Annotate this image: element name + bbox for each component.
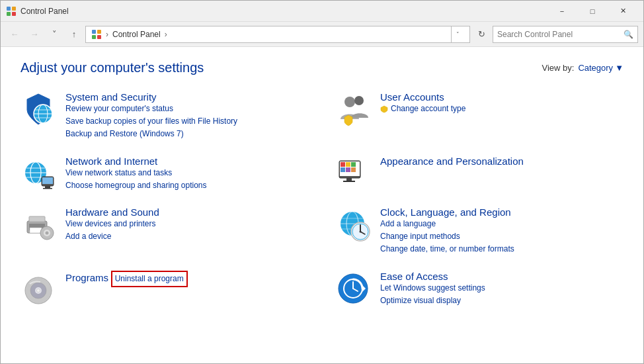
category-system-security: System and Security Review your computer… <box>20 91 309 141</box>
svg-rect-4 <box>92 30 96 34</box>
system-security-link-1[interactable]: Review your computer's status <box>65 103 309 115</box>
programs-title[interactable]: Programs <box>65 272 108 283</box>
dropdown-history-button[interactable]: ˅ <box>46 26 63 43</box>
forward-button[interactable]: → <box>26 26 43 43</box>
category-programs: Programs Uninstall a program <box>20 271 309 307</box>
view-by-label: View by: <box>542 63 574 73</box>
network-internet-link-2[interactable]: Choose homegroup and sharing options <box>65 179 309 192</box>
close-button[interactable]: ✕ <box>608 1 638 22</box>
search-box: 🔍 <box>493 26 638 43</box>
clock-language-link-3[interactable]: Change date, time, or number formats <box>380 243 624 255</box>
clock-language-title[interactable]: Clock, Language, and Region <box>380 206 511 218</box>
clock-language-link-1[interactable]: Add a language <box>380 218 624 230</box>
svg-rect-6 <box>92 35 96 39</box>
view-by: View by: Category ▼ <box>542 63 624 73</box>
title-bar: Control Panel − □ ✕ <box>1 1 643 22</box>
hardware-sound-link-2[interactable]: Add a device <box>65 230 309 243</box>
system-security-link-3[interactable]: Backup and Restore (Windows 7) <box>65 128 309 140</box>
hardware-sound-text: Hardware and Sound View devices and prin… <box>65 206 309 243</box>
maximize-button[interactable]: □ <box>577 1 608 22</box>
network-internet-text: Network and Internet View network status… <box>65 156 309 192</box>
main-content: Adjust your computer's settings View by:… <box>1 47 643 363</box>
category-user-accounts: User Accounts Change account type <box>335 91 624 141</box>
network-internet-link-1[interactable]: View network status and tasks <box>65 167 309 179</box>
ease-of-access-text: Ease of Access Let Windows suggest setti… <box>380 271 624 307</box>
svg-rect-29 <box>341 167 345 172</box>
forward-icon: → <box>30 29 39 39</box>
path-separator: › <box>106 30 108 39</box>
svg-rect-22 <box>45 186 50 188</box>
user-accounts-text: User Accounts Change account type <box>380 91 624 115</box>
page-title: Adjust your computer's settings <box>20 60 204 75</box>
category-hardware-sound: Hardware and Sound View devices and prin… <box>20 206 309 256</box>
user-accounts-title[interactable]: User Accounts <box>380 91 444 103</box>
svg-rect-2 <box>7 12 11 16</box>
ease-of-access-link-1[interactable]: Let Windows suggest settings <box>380 282 624 295</box>
svg-rect-31 <box>351 167 356 172</box>
view-by-value: Category <box>578 63 613 73</box>
search-icon[interactable]: 🔍 <box>624 30 633 39</box>
appearance-title[interactable]: Appearance and Personalization <box>380 156 524 167</box>
svg-rect-26 <box>341 162 345 167</box>
refresh-icon: ↻ <box>478 29 485 39</box>
svg-point-14 <box>354 96 364 105</box>
svg-rect-37 <box>29 216 45 222</box>
clock-language-icon <box>335 206 371 242</box>
hardware-sound-title[interactable]: Hardware and Sound <box>65 206 159 218</box>
programs-link-1[interactable]: Uninstall a program <box>111 271 188 287</box>
svg-point-13 <box>344 97 355 107</box>
path-separator-2: › <box>165 30 167 39</box>
up-button[interactable]: ↑ <box>65 26 83 43</box>
path-icon <box>91 29 102 40</box>
clock-language-link-2[interactable]: Change input methods <box>380 230 624 243</box>
svg-point-54 <box>37 289 40 292</box>
categories-grid: System and Security Review your computer… <box>20 91 624 322</box>
path-control-panel[interactable]: Control Panel <box>112 30 161 39</box>
network-internet-title[interactable]: Network and Internet <box>65 156 157 167</box>
title-bar-text: Control Panel <box>20 7 547 16</box>
user-accounts-link-1[interactable]: Change account type <box>391 103 465 115</box>
chevron-down-icon-2: ˅ <box>456 31 460 38</box>
minimize-button[interactable]: − <box>547 1 577 22</box>
refresh-button[interactable]: ↻ <box>473 26 490 43</box>
window: Control Panel − □ ✕ ← → ˅ ↑ <box>0 0 644 364</box>
user-accounts-icon <box>335 91 371 127</box>
view-by-dropdown[interactable]: Category ▼ <box>578 63 624 73</box>
shield-badge-icon <box>380 105 388 113</box>
address-path-content: › Control Panel › <box>91 29 451 40</box>
programs-text: Programs Uninstall a program <box>65 271 309 287</box>
ease-of-access-title[interactable]: Ease of Access <box>380 271 448 282</box>
svg-point-50 <box>360 230 362 232</box>
svg-point-40 <box>46 231 49 234</box>
category-appearance: Appearance and Personalization <box>335 156 624 192</box>
search-input[interactable] <box>497 30 624 39</box>
ease-of-access-link-2[interactable]: Optimize visual display <box>380 295 624 307</box>
svg-rect-3 <box>12 12 16 16</box>
svg-rect-33 <box>343 181 355 182</box>
chevron-down-icon: ˅ <box>52 29 57 39</box>
category-clock-language: Clock, Language, and Region Add a langua… <box>335 206 624 256</box>
svg-rect-5 <box>97 30 101 34</box>
system-security-title[interactable]: System and Security <box>65 91 157 103</box>
appearance-text: Appearance and Personalization <box>380 156 624 167</box>
page-header: Adjust your computer's settings View by:… <box>20 60 624 75</box>
address-dropdown-button[interactable]: ˅ <box>451 26 464 43</box>
appearance-icon <box>335 156 371 191</box>
category-network-internet: Network and Internet View network status… <box>20 156 309 192</box>
app-icon <box>6 6 17 17</box>
hardware-sound-icon <box>20 206 56 242</box>
hardware-sound-link-1[interactable]: View devices and printers <box>65 218 309 230</box>
up-icon: ↑ <box>72 29 77 39</box>
system-security-link-2[interactable]: Save backup copies of your files with Fi… <box>65 115 309 128</box>
system-security-text: System and Security Review your computer… <box>65 91 309 141</box>
svg-rect-1 <box>12 7 16 11</box>
svg-rect-27 <box>346 162 350 167</box>
svg-rect-32 <box>346 178 352 181</box>
programs-icon <box>20 271 56 306</box>
system-security-icon <box>20 91 56 127</box>
svg-rect-30 <box>346 167 350 172</box>
back-button[interactable]: ← <box>6 26 23 43</box>
svg-rect-36 <box>30 228 42 233</box>
ease-of-access-icon <box>335 271 371 306</box>
svg-rect-0 <box>7 7 11 11</box>
